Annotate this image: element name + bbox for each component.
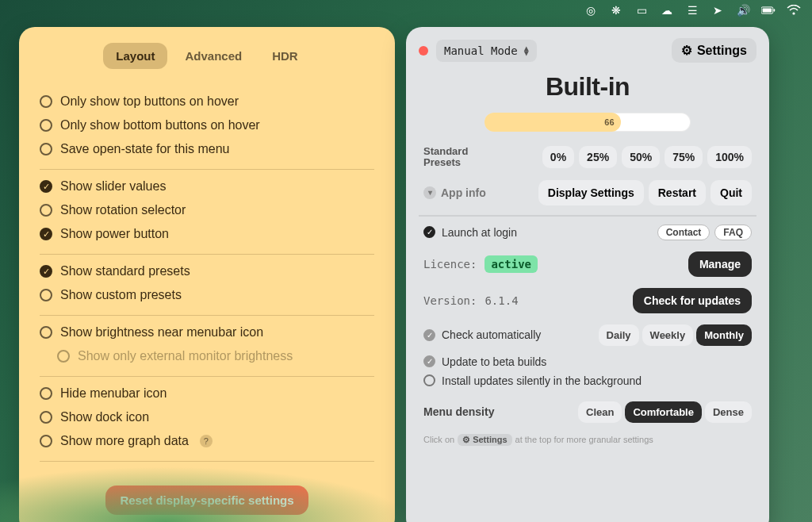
- display-control-panel: Manual Mode ▲▼ ⚙ Settings Built-in ☀ 66 …: [406, 27, 769, 522]
- density-dense[interactable]: Dense: [705, 401, 752, 423]
- svg-rect-2: [763, 9, 772, 13]
- tab-advanced[interactable]: Advanced: [172, 43, 255, 69]
- dial-icon[interactable]: ◎: [584, 3, 598, 17]
- opt-custom-presets[interactable]: Show custom presets: [40, 283, 374, 307]
- restart-button[interactable]: Restart: [649, 180, 706, 205]
- settings-tabs: Layout Advanced HDR: [40, 43, 374, 69]
- drives-icon[interactable]: ☰: [685, 3, 699, 17]
- freq-daily[interactable]: Daily: [599, 324, 639, 346]
- tab-layout[interactable]: Layout: [103, 43, 167, 69]
- cloud-icon[interactable]: ☁: [660, 3, 674, 17]
- gear-icon: ⚙: [462, 435, 470, 445]
- opt-label: Save open-state for this menu: [60, 142, 229, 156]
- preset-75[interactable]: 75%: [665, 146, 703, 168]
- opt-hide-menubar-icon[interactable]: Hide menubar icon: [40, 382, 374, 405]
- info-icon[interactable]: ?: [200, 435, 213, 447]
- close-icon[interactable]: [419, 46, 428, 56]
- opt-brightness-menubar[interactable]: Show brightness near menubar icon: [40, 320, 374, 344]
- opt-slider-values[interactable]: ✓Show slider values: [40, 175, 374, 198]
- faq-button[interactable]: FAQ: [714, 225, 752, 240]
- chevron-down-icon: ▾: [423, 186, 436, 199]
- opt-label: Show standard presets: [60, 264, 190, 278]
- version-key: Version:: [423, 294, 477, 307]
- opt-save-open-state[interactable]: Save open-state for this menu: [40, 137, 374, 161]
- manage-licence-button[interactable]: Manage: [688, 251, 752, 277]
- settings-button[interactable]: ⚙ Settings: [672, 38, 756, 63]
- preset-25[interactable]: 25%: [579, 146, 617, 168]
- battery-icon[interactable]: [761, 3, 776, 17]
- opt-label: Show only external monitor brightness: [78, 349, 293, 363]
- opt-rotation-selector[interactable]: Show rotation selector: [40, 198, 374, 222]
- opt-standard-presets[interactable]: ✓Show standard presets: [40, 259, 374, 283]
- licence-status: active: [485, 255, 538, 273]
- menu-density-label: Menu density: [423, 405, 494, 418]
- check-automatically-checkbox[interactable]: ✓Check automatically: [423, 328, 541, 341]
- tab-hdr[interactable]: HDR: [259, 43, 311, 69]
- volume-icon[interactable]: 🔊: [736, 3, 750, 17]
- check-updates-button[interactable]: Check for updates: [633, 288, 752, 313]
- settings-label: Settings: [697, 44, 747, 58]
- opt-label: Show slider values: [60, 179, 166, 194]
- compass-icon[interactable]: ❋: [609, 3, 623, 17]
- opt-bottom-hover[interactable]: Only show bottom buttons on hover: [40, 113, 374, 137]
- display-icon[interactable]: ▭: [634, 3, 649, 17]
- mode-label: Manual Mode: [444, 44, 518, 57]
- app-info-toggle[interactable]: ▾ App info: [423, 186, 486, 199]
- mode-selector[interactable]: Manual Mode ▲▼: [436, 40, 537, 62]
- presets-label: StandardPresets: [423, 146, 468, 169]
- chevron-updown-icon: ▲▼: [524, 46, 529, 56]
- licence-key: Licence:: [423, 258, 477, 271]
- location-icon[interactable]: ➤: [710, 3, 725, 17]
- opt-label: Only show bottom buttons on hover: [60, 118, 260, 132]
- contact-button[interactable]: Contact: [657, 225, 710, 240]
- freq-weekly[interactable]: Weekly: [642, 324, 694, 346]
- install-silently-checkbox[interactable]: Install updates silently in the backgrou…: [423, 374, 752, 387]
- freq-monthly[interactable]: Monthly: [696, 324, 752, 346]
- opt-power-button[interactable]: ✓Show power button: [40, 222, 374, 246]
- opt-label: Only show top buttons on hover: [60, 94, 239, 109]
- settings-hint: Click on ⚙Settings at the top for more g…: [423, 434, 752, 446]
- update-beta-checkbox[interactable]: ✓Update to beta builds: [423, 355, 752, 368]
- density-clean[interactable]: Clean: [578, 401, 622, 423]
- preset-50[interactable]: 50%: [622, 146, 660, 168]
- svg-point-3: [792, 12, 795, 14]
- gear-icon: ⚙: [681, 43, 692, 58]
- preset-0[interactable]: 0%: [542, 146, 574, 168]
- opt-label: Show brightness near menubar icon: [60, 325, 263, 340]
- opt-show-graph-data[interactable]: Show more graph data?: [40, 429, 374, 453]
- brightness-slider[interactable]: ☀ 66: [485, 113, 691, 132]
- opt-top-hover[interactable]: Only show top buttons on hover: [40, 90, 374, 113]
- launch-at-login-checkbox[interactable]: ✓Launch at login: [423, 226, 517, 239]
- opt-label: Hide menubar icon: [60, 386, 167, 401]
- brightness-value: 66: [604, 117, 614, 127]
- opt-show-dock-icon[interactable]: Show dock icon: [40, 405, 374, 429]
- density-comfortable[interactable]: Comfortable: [625, 401, 702, 423]
- svg-rect-1: [774, 9, 776, 11]
- display-name: Built-in: [419, 72, 756, 102]
- menu-density-segment: Clean Comfortable Dense: [578, 401, 752, 423]
- display-settings-button[interactable]: Display Settings: [538, 180, 644, 205]
- settings-panel-layout: Layout Advanced HDR Only show top button…: [19, 27, 395, 522]
- wifi-icon[interactable]: [787, 3, 801, 17]
- opt-label: Show custom presets: [60, 288, 182, 302]
- opt-label: Show dock icon: [60, 410, 149, 424]
- opt-label: Show rotation selector: [60, 203, 186, 217]
- opt-label: Show power button: [60, 227, 169, 241]
- macos-menubar: ◎ ❋ ▭ ☁ ☰ ➤ 🔊: [573, 0, 812, 21]
- opt-external-only: Show only external monitor brightness: [57, 344, 374, 368]
- preset-100[interactable]: 100%: [707, 146, 752, 168]
- wallpaper-foreground: [0, 466, 412, 522]
- opt-label: Show more graph data: [60, 434, 189, 448]
- update-frequency-segment: Daily Weekly Monthly: [599, 324, 752, 346]
- quit-button[interactable]: Quit: [710, 180, 752, 205]
- version-value: 6.1.4: [485, 294, 518, 307]
